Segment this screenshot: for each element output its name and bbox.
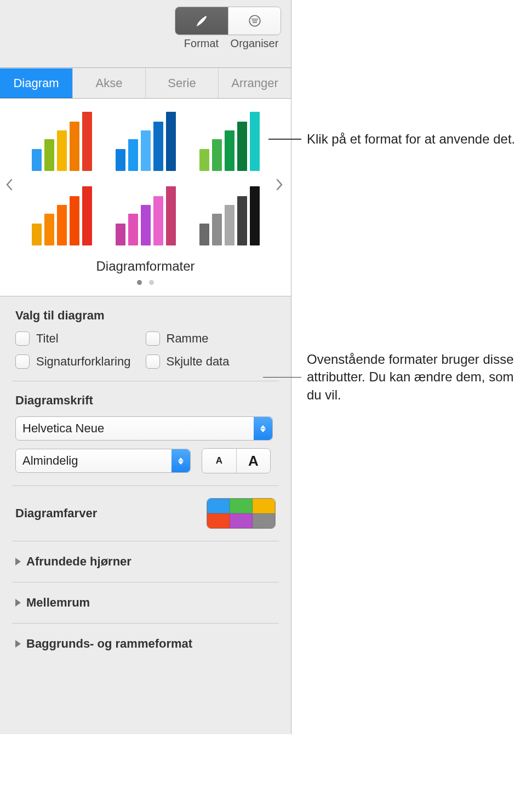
disclosure-label: Baggrunds- og rammeformat	[26, 637, 192, 651]
chevron-right-icon	[276, 179, 283, 191]
disclosure-label: Mellemrum	[26, 596, 90, 610]
thumb-bar	[70, 196, 79, 245]
tab-axis[interactable]: Akse	[73, 68, 146, 98]
chart-colors-well[interactable]	[207, 498, 276, 529]
color-cell	[230, 499, 252, 513]
color-cell	[230, 513, 252, 528]
callout-style: Klik på et format for at anvende det.	[268, 130, 526, 148]
chevron-left-icon	[5, 179, 13, 191]
thumb-bar	[116, 149, 125, 171]
checkbox-label: Signaturforklaring	[36, 355, 130, 369]
chart-style-thumb-4[interactable]	[24, 183, 99, 249]
thumb-bar	[57, 130, 67, 171]
chart-style-thumb-6[interactable]	[192, 183, 267, 249]
callout-text: Ovenstående formater bruger disse attrib…	[301, 351, 523, 404]
tab-diagram[interactable]: Diagram	[0, 68, 73, 98]
toolbar-labels: Format Organiser	[175, 37, 281, 50]
thumb-bar	[82, 112, 92, 171]
disclosure-bgframe[interactable]: Baggrunds- og rammeformat	[0, 624, 291, 664]
page-dot-1[interactable]	[137, 280, 142, 285]
format-label: Format	[175, 37, 228, 50]
chart-styles-grid	[0, 99, 291, 253]
thumb-bar	[212, 214, 222, 245]
disclosure-triangle-icon	[15, 640, 21, 648]
thumb-bar	[128, 214, 138, 245]
tab-series[interactable]: Serie	[146, 68, 219, 98]
font-size-increase[interactable]: A	[236, 449, 270, 473]
callout-attrs: Ovenstående formater bruger disse attrib…	[263, 351, 531, 404]
disclosure-rounded-corners[interactable]: Afrundede hjørner	[0, 541, 291, 582]
inspector-panel: Format Organiser Diagram Akse Serie Arra…	[0, 0, 291, 734]
organize-icon	[248, 14, 262, 28]
checkbox-hidden-data[interactable]: Skjulte data	[146, 355, 276, 369]
thumb-bar	[44, 214, 54, 245]
checkbox-box	[146, 331, 160, 346]
checkbox-label: Skjulte data	[167, 355, 230, 369]
thumb-bar	[32, 224, 42, 245]
disclosure-triangle-icon	[15, 599, 21, 607]
thumb-bar	[250, 186, 260, 245]
thumb-bar	[237, 122, 247, 171]
page-dot-2[interactable]	[149, 280, 154, 285]
font-weight-value: Almindelig	[22, 454, 78, 468]
thumb-bar	[57, 205, 67, 245]
chart-style-thumb-3[interactable]	[192, 108, 267, 174]
callout-line	[263, 377, 301, 378]
chart-font-section: Diagramskrift Helvetica Neue Almindelig …	[0, 381, 291, 485]
thumb-bar	[153, 196, 163, 245]
chart-options-section: Valg til diagram Titel Ramme Signaturfor…	[0, 296, 291, 381]
thumb-bar	[237, 196, 247, 245]
font-size-decrease[interactable]: A	[202, 449, 236, 473]
disclosure-label: Afrundede hjørner	[26, 555, 131, 569]
thumb-bar	[141, 205, 151, 245]
tab-arrange[interactable]: Arranger	[219, 68, 291, 98]
disclosure-triangle-icon	[15, 558, 21, 565]
chart-style-thumb-1[interactable]	[24, 108, 99, 174]
thumb-bar	[141, 130, 151, 171]
checkbox-frame[interactable]: Ramme	[146, 331, 276, 346]
thumb-bar	[153, 122, 163, 171]
font-weight-popup[interactable]: Almindelig	[15, 449, 191, 473]
font-family-value: Helvetica Neue	[22, 421, 104, 436]
chart-options-heading: Valg til diagram	[15, 308, 276, 323]
checkbox-legend[interactable]: Signaturforklaring	[15, 355, 146, 369]
thumb-bar	[70, 122, 79, 171]
organize-button[interactable]	[228, 7, 281, 35]
thumb-bar	[82, 186, 92, 245]
chart-colors-section: Diagramfarver	[0, 486, 291, 541]
format-button[interactable]	[175, 7, 228, 35]
chart-style-thumb-5[interactable]	[108, 183, 183, 249]
color-cell	[207, 499, 230, 513]
thumb-bar	[199, 224, 209, 245]
thumb-bar	[225, 205, 234, 245]
checkbox-title[interactable]: Titel	[15, 331, 146, 346]
disclosure-gaps[interactable]: Mellemrum	[0, 582, 291, 623]
font-size-stepper: A A	[202, 448, 271, 473]
thumb-bar	[166, 112, 176, 171]
popup-handle-icon	[171, 449, 190, 472]
inspector-tabs: Diagram Akse Serie Arranger	[0, 68, 291, 99]
thumb-bar	[128, 139, 138, 171]
callout-text: Klik på et format for at anvende det.	[301, 130, 515, 148]
toolbar-group: Format Organiser	[175, 7, 281, 50]
thumb-bar	[225, 130, 234, 171]
chart-styles-area: Diagramformater	[0, 99, 291, 296]
thumb-bar	[32, 149, 42, 171]
thumb-bar	[212, 139, 222, 171]
thumb-bar	[166, 186, 176, 245]
color-cell	[253, 513, 275, 528]
thumb-bar	[250, 112, 260, 171]
popup-handle-icon	[254, 417, 272, 440]
font-family-popup[interactable]: Helvetica Neue	[15, 416, 273, 441]
color-cell	[207, 513, 230, 528]
chart-options-grid: Titel Ramme Signaturforklaring Skjulte d…	[15, 331, 276, 369]
checkbox-box	[146, 355, 160, 369]
styles-prev-arrow[interactable]	[2, 175, 16, 194]
chart-style-thumb-2[interactable]	[108, 108, 183, 174]
paintbrush-icon	[195, 14, 209, 28]
checkbox-box	[15, 331, 30, 346]
checkbox-label: Titel	[36, 331, 59, 346]
checkbox-box	[15, 355, 30, 369]
thumb-bar	[44, 139, 54, 171]
styles-next-arrow[interactable]	[272, 175, 287, 194]
